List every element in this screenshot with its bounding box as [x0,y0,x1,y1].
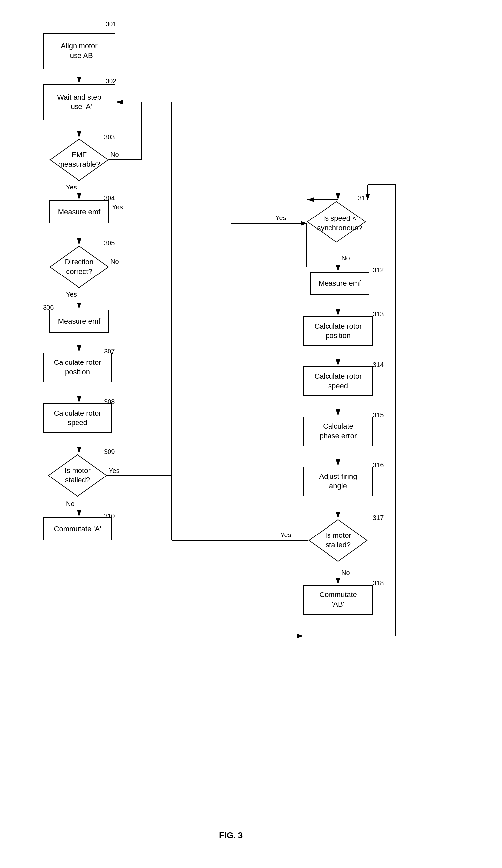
diamond-311: Is speed < synchronous? [307,200,373,247]
svg-text:Yes: Yes [109,467,120,474]
diamond-309: Is motor stalled? [48,454,107,497]
svg-text:No: No [110,258,119,265]
diamond-303: EMF measurable? [49,138,109,181]
ref-301: 301 [106,20,117,28]
box-316: Adjust firing angle [303,467,373,496]
svg-text:No: No [66,500,74,507]
arrows-svg: Yes No Yes No No Yes [0,0,502,868]
box-301: Align motor - use AB [43,33,116,69]
fig-caption: FIG. 3 [181,830,280,841]
ref-315: 315 [373,411,384,419]
box-318: Commutate 'AB' [303,585,373,614]
diamond-317: Is motor stalled? [308,519,368,562]
ref-312: 312 [373,266,384,274]
svg-text:No: No [341,569,350,576]
box-308: Calculate rotor speed [43,403,112,433]
box-307: Calculate rotor position [43,353,112,382]
box-314: Calculate rotor speed [303,366,373,396]
ref-314: 314 [373,361,384,369]
ref-313: 313 [373,310,384,318]
svg-text:Yes: Yes [66,291,77,298]
svg-text:Yes: Yes [66,184,77,191]
box-310: Commutate 'A' [43,517,112,540]
box-312: Measure emf [310,272,369,295]
ref-318: 318 [373,579,384,587]
box-302: Wait and step - use 'A' [43,84,116,120]
svg-text:Yes: Yes [112,203,123,210]
svg-text:Yes: Yes [280,531,291,538]
box-304: Measure emf [49,200,109,224]
svg-text:No: No [110,151,119,158]
box-315: Calculate phase error [303,416,373,446]
diamond-305: Direction correct? [49,246,109,288]
svg-text:Yes: Yes [275,214,286,221]
svg-text:No: No [341,255,350,262]
ref-316: 316 [373,461,384,469]
ref-317: 317 [373,514,384,521]
diagram-container: 301 Align motor - use AB 302 Wait and st… [0,0,502,868]
box-313: Calculate rotor position [303,316,373,346]
box-306: Measure emf [49,310,109,333]
